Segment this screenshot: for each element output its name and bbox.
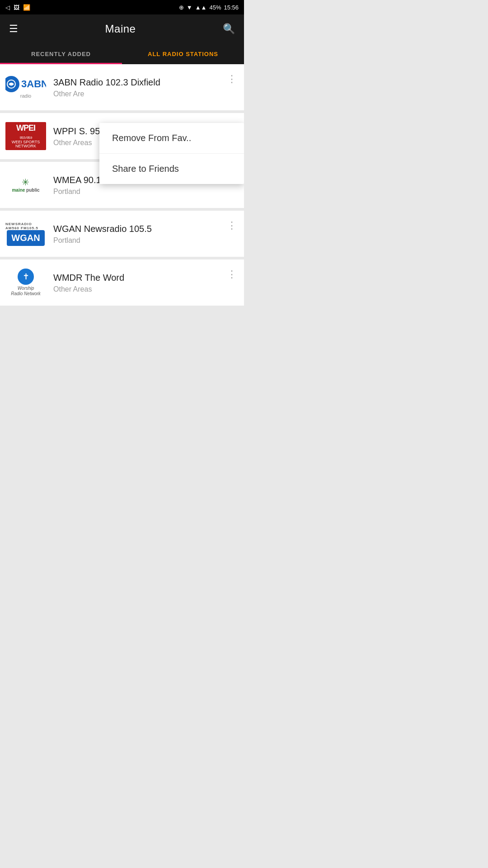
status-left: ◁ 🖼 📶 (5, 4, 30, 11)
status-right: ⊕ ▼ ▲▲ 45% 15:56 (179, 4, 239, 11)
wifi-icon: ▼ (187, 4, 192, 11)
tab-recently-added[interactable]: RECENTLY ADDED (0, 43, 122, 64)
status-bar: ◁ 🖼 📶 ⊕ ▼ ▲▲ 45% 15:56 (0, 0, 244, 14)
image-icon: 🖼 (14, 4, 19, 11)
station-list: 3ABN radio 3ABN Radio 102.3 Dixfield Oth… (0, 64, 244, 306)
tab-all-radio-stations[interactable]: ALL RADIO STATIONS (122, 43, 244, 64)
context-menu-overlay[interactable]: Remove From Fav.. Share to Friends (0, 64, 244, 306)
page-title: Maine (105, 23, 136, 35)
signal-icon: ▲▲ (195, 4, 207, 11)
search-button[interactable]: 🔍 (223, 23, 235, 35)
context-menu-remove-fav[interactable]: Remove From Fav.. (99, 123, 244, 154)
time-label: 15:56 (224, 4, 239, 11)
context-menu: Remove From Fav.. Share to Friends (99, 123, 244, 184)
sim-icon: 📶 (23, 4, 30, 11)
battery-label: 45% (209, 4, 221, 11)
back-icon: ◁ (5, 4, 10, 11)
context-menu-share-friends[interactable]: Share to Friends (99, 154, 244, 184)
menu-button[interactable]: ☰ (9, 23, 18, 35)
app-header: ☰ Maine 🔍 (0, 14, 244, 43)
add-icon: ⊕ (179, 4, 184, 11)
tab-bar: RECENTLY ADDED ALL RADIO STATIONS (0, 43, 244, 64)
